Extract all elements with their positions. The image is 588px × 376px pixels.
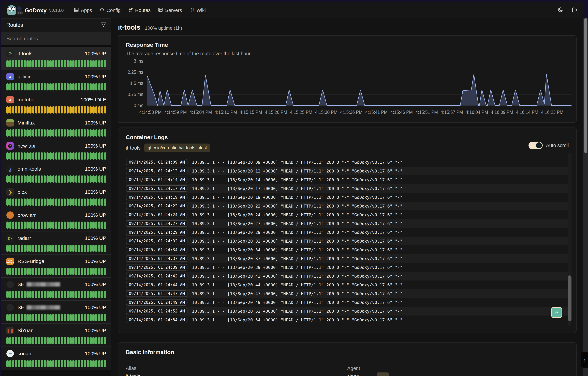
route-item-miniflux[interactable]: Miniflux100% UP <box>1 116 111 139</box>
response-time-chart: 3 ms2.25 ms1.5 ms0.75 ms0 ms4:14:53 PM4:… <box>118 59 576 121</box>
log-message: 10.89.3.1 - - [13/Sep/20:42 +0000] "HEAD… <box>192 274 402 279</box>
route-name: sonarr <box>18 351 32 356</box>
route-item-se[interactable]: SE100% UP <box>1 278 111 301</box>
log-row: 09/14/2025, 01:24:22 AM10.89.3.1 - - [13… <box>126 202 569 210</box>
sonarr-icon: ✛ <box>6 350 14 357</box>
search-row <box>1 32 111 45</box>
log-message: 10.89.3.1 - - [13/Sep/20:32 +0000] "HEAD… <box>192 239 402 244</box>
nav-item-label: Routes <box>135 8 151 13</box>
scroll-to-top-button[interactable] <box>551 307 562 318</box>
nav-item-apps[interactable]: Apps <box>74 7 92 13</box>
nav-item-wiki[interactable]: Wiki <box>189 7 206 13</box>
route-status-badge: 100% IDLE <box>81 97 106 103</box>
container-logs-card: Container Logs it-tools ghcr.io/corentin… <box>118 127 577 333</box>
route-name: omni-tools <box>18 166 41 172</box>
log-timestamp: 09/14/2025, 01:24:37 AM <box>126 255 187 262</box>
page-header: it-tools 100% uptime (1h) <box>118 24 577 31</box>
log-timestamp: 09/14/2025, 01:24:14 AM <box>126 177 187 183</box>
log-row: 09/14/2025, 01:24:24 AM10.89.3.1 - - [13… <box>126 210 569 219</box>
route-status-badge: 100% UP <box>85 304 106 310</box>
route-status-badge: 100% UP <box>85 235 106 241</box>
route-item-it-tools[interactable]: ⚙it-tools100% UP <box>1 47 111 70</box>
route-item-rss-bridge[interactable]: rss BridgeRSS-Bridge100% UP <box>1 255 111 278</box>
routes-list: ⚙it-tools100% UP▲jellyfin100% UP⧗metube1… <box>1 45 111 376</box>
route-name: RSS-Bridge <box>18 258 44 264</box>
route-item-omni-tools[interactable]: ʓomni-tools100% UP <box>1 162 111 185</box>
route-name: it-tools <box>18 51 32 56</box>
route-item-sonarr[interactable]: ✛sonarr100% UP <box>1 347 111 370</box>
log-timestamp: 09/14/2025, 01:24:52 AM <box>126 308 187 314</box>
nav-items: AppsConfigRoutesServersWiki <box>74 7 557 13</box>
route-name: jellyfin <box>18 74 32 80</box>
uptime-bars <box>6 106 106 114</box>
log-timestamp: 09/14/2025, 01:24:47 AM <box>126 290 187 297</box>
route-status-badge: 100% UP <box>85 328 106 333</box>
log-timestamp: 09/14/2025, 01:24:27 AM <box>126 220 187 227</box>
it-tools-icon: ⚙ <box>6 50 14 57</box>
server-icon <box>158 7 163 13</box>
log-timestamp: 09/14/2025, 01:24:49 AM <box>126 299 187 306</box>
metube-icon: ⧗ <box>6 96 14 104</box>
redacted-route-name <box>27 305 60 310</box>
log-row: 09/14/2025, 01:24:44 AM10.89.3.1 - - [13… <box>126 281 569 289</box>
search-routes-input[interactable] <box>6 36 106 42</box>
route-item-new-api[interactable]: ✦new-api100% UP <box>1 139 111 162</box>
omni-tools-icon: ʓ <box>6 165 14 173</box>
route-status-badge: 100% UP <box>85 51 106 56</box>
nav-right <box>557 7 577 13</box>
logout-icon[interactable] <box>572 7 577 13</box>
route-item-siyuan[interactable]: ❚❚SiYuan100% UP <box>1 324 111 347</box>
godoxy-logo <box>7 5 16 15</box>
nav-item-label: Config <box>107 8 121 13</box>
auto-scroll-toggle[interactable] <box>528 142 543 149</box>
app-window: ⇄❚❚❚ GoDoxy v0.18.0 AppsConfigRoutesServ… <box>1 2 583 376</box>
log-message: 10.89.3.1 - - [13/Sep/20:12 +0000] "HEAD… <box>192 169 402 174</box>
nav-item-routes[interactable]: Routes <box>128 7 151 13</box>
log-message: 10.89.3.1 - - [13/Sep/20:39 +0000] "HEAD… <box>192 265 402 270</box>
svg-text:4:15:25 PM: 4:15:25 PM <box>290 109 312 115</box>
log-row: 09/14/2025, 01:24:17 AM10.89.3.1 - - [13… <box>126 184 569 193</box>
nav-item-config[interactable]: Config <box>99 7 121 13</box>
log-message: 10.89.3.1 - - [13/Sep/20:19 +0000] "HEAD… <box>192 195 402 200</box>
log-timestamp: 09/14/2025, 01:24:32 AM <box>126 238 187 244</box>
route-item-se[interactable]: SE100% UP <box>1 301 111 324</box>
log-message: 10.89.3.1 - - [13/Sep/20:47 +0000] "HEAD… <box>192 291 402 296</box>
route-name: metube <box>18 97 34 103</box>
panel-collapse-handle[interactable]: ‹ <box>581 352 588 368</box>
route-name: Miniflux <box>18 120 35 126</box>
route-status-badge: 100% UP <box>85 212 106 218</box>
route-item-prowlarr[interactable]: ᓚprowlarr100% UP <box>1 208 111 231</box>
log-row: 09/14/2025, 01:24:54 AM10.89.3.1 - - [13… <box>126 315 569 324</box>
route-status-badge: 100% UP <box>85 74 106 80</box>
log-message: 10.89.3.1 - - [13/Sep/20:52 +0000] "HEAD… <box>192 309 402 314</box>
route-item-jellyfin[interactable]: ▲jellyfin100% UP <box>1 70 111 93</box>
uptime-bars <box>6 152 106 160</box>
route-icon <box>128 7 133 13</box>
svg-text:1.5 ms: 1.5 ms <box>130 81 143 86</box>
nav-item-servers[interactable]: Servers <box>158 7 182 13</box>
uptime-bars <box>6 291 106 298</box>
filter-icon[interactable] <box>101 22 106 28</box>
logs-scrollbar[interactable] <box>568 153 571 326</box>
svg-text:4:15:10 PM: 4:15:10 PM <box>214 109 237 115</box>
route-item-plex[interactable]: ❯plex100% UP <box>1 185 111 208</box>
jellyfin-icon: ▲ <box>6 73 14 80</box>
log-message: 10.89.3.1 - - [13/Sep/20:34 +0000] "HEAD… <box>192 248 402 252</box>
svg-text:3 ms: 3 ms <box>134 59 143 64</box>
route-name: SE <box>18 282 24 287</box>
prowlarr-icon: ᓚ <box>6 211 14 219</box>
dark-mode-moon-icon[interactable] <box>557 7 563 13</box>
brand-version: v0.18.0 <box>49 8 64 13</box>
log-row: 09/14/2025, 01:24:49 AM10.89.3.1 - - [13… <box>126 298 569 307</box>
route-item-radarr[interactable]: ▷radarr100% UP <box>1 231 111 255</box>
svg-text:2.25 ms: 2.25 ms <box>128 69 143 75</box>
route-item-metube[interactable]: ⧗metube100% IDLE <box>1 93 111 116</box>
page-scrollbar[interactable] <box>583 18 588 376</box>
svg-text:0.75 ms: 0.75 ms <box>128 92 143 97</box>
log-timestamp: 09/14/2025, 01:24:22 AM <box>126 203 187 209</box>
svg-text:4:16:14 PM: 4:16:14 PM <box>516 109 538 115</box>
uptime-bars <box>6 83 106 91</box>
host-badge-partial <box>377 373 389 376</box>
code-icon <box>99 7 105 13</box>
brand: ⇄❚❚❚ GoDoxy v0.18.0 <box>7 5 64 15</box>
